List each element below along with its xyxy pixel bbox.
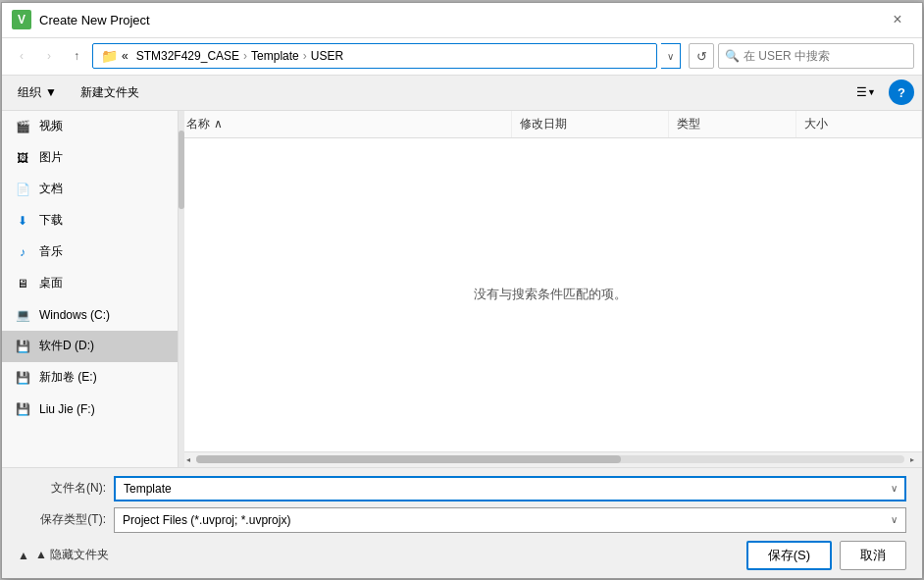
downloads-icon: ⬇: [14, 214, 31, 228]
bottom-form: 文件名(N): ∨ 保存类型(T): Project Files (*.uvpr…: [2, 467, 922, 578]
sidebar-item-label: 视频: [39, 118, 63, 134]
filename-row: 文件名(N): ∨: [18, 476, 906, 501]
action-row: ▲ ▲ 隐藏文件夹 保存(S) 取消: [18, 541, 906, 570]
hide-folders-button[interactable]: ▲ ▲ 隐藏文件夹: [18, 547, 109, 563]
col-header-date[interactable]: 修改日期: [512, 111, 669, 137]
sidebar-scroll-thumb: [179, 131, 184, 209]
filetype-select-wrapper: Project Files (*.uvproj; *.uvprojx) ∨: [114, 507, 906, 533]
file-list-header: 名称 ∧ 修改日期 类型 大小: [179, 111, 922, 138]
filename-dropdown-button[interactable]: ∨: [883, 476, 906, 501]
sidebar-item-label: 图片: [39, 149, 63, 166]
address-dropdown-button[interactable]: ∨: [661, 43, 681, 69]
sidebar-item-music[interactable]: ♪ 音乐: [2, 237, 178, 268]
documents-icon: 📄: [14, 183, 31, 196]
app-icon: V: [12, 10, 31, 29]
videos-icon: 🎬: [14, 120, 31, 133]
sidebar-item-label: 下载: [39, 212, 63, 229]
music-icon: ♪: [14, 245, 31, 259]
filename-input[interactable]: [114, 476, 883, 501]
scroll-right-arrow[interactable]: ▸: [904, 451, 920, 467]
sidebar-item-pictures[interactable]: 🖼 图片: [2, 142, 178, 174]
drive-c-icon: 💻: [14, 308, 31, 322]
sidebar-scrollbar[interactable]: [179, 111, 184, 467]
content-area: 🎬 视频 🖼 图片 📄 文档 ⬇ 下载 ♪ 音乐: [2, 111, 922, 467]
scrollbar-track: [196, 455, 904, 463]
file-list: 名称 ∧ 修改日期 类型 大小 没有与搜索条件匹配的项。 ◂: [179, 111, 922, 467]
dialog-window: V Create New Project × ‹ › ↑ 📁 « STM32F4…: [1, 2, 923, 579]
col-header-name[interactable]: 名称 ∧: [179, 111, 512, 137]
sidebar-item-videos[interactable]: 🎬 视频: [2, 111, 178, 142]
drive-d-icon: 💾: [14, 340, 31, 353]
sidebar-item-drive-d[interactable]: 💾 软件D (D:): [2, 331, 178, 362]
chevron-up-icon: ▲: [18, 549, 29, 562]
sidebar-wrapper: 🎬 视频 🖼 图片 📄 文档 ⬇ 下载 ♪ 音乐: [2, 111, 179, 467]
file-list-body: 没有与搜索条件匹配的项。: [179, 138, 922, 451]
desktop-icon: 🖥: [14, 277, 31, 290]
organize-button[interactable]: 组织 ▼: [10, 79, 65, 105]
sidebar: 🎬 视频 🖼 图片 📄 文档 ⬇ 下载 ♪ 音乐: [2, 111, 179, 467]
refresh-button[interactable]: ↺: [689, 43, 714, 69]
help-button[interactable]: ?: [889, 79, 914, 105]
sidebar-item-label: 音乐: [39, 243, 63, 260]
view-dropdown-icon: ▼: [867, 87, 876, 97]
path-part-3: USER: [311, 49, 343, 63]
up-button[interactable]: ↑: [65, 44, 88, 68]
sidebar-item-label: Liu Jie (F:): [39, 402, 95, 416]
cancel-button[interactable]: 取消: [840, 541, 906, 570]
filename-input-wrapper: ∨: [114, 476, 906, 501]
search-box: 🔍: [718, 43, 914, 69]
empty-message: 没有与搜索条件匹配的项。: [474, 286, 627, 303]
save-button[interactable]: 保存(S): [746, 541, 832, 570]
path-part-2: Template: [251, 49, 299, 63]
sidebar-item-label: 新加卷 (E:): [39, 369, 97, 386]
path-root: «: [122, 49, 128, 63]
sidebar-item-label: 桌面: [39, 275, 63, 291]
col-header-type[interactable]: 类型: [669, 111, 796, 137]
new-folder-button[interactable]: 新建文件夹: [73, 79, 147, 105]
pictures-icon: 🖼: [14, 151, 31, 165]
filename-label: 文件名(N):: [18, 480, 106, 497]
view-button[interactable]: ☰ ▼: [851, 79, 881, 105]
close-button[interactable]: ×: [883, 5, 912, 34]
forward-button[interactable]: ›: [37, 44, 61, 68]
filetype-dropdown-button[interactable]: ∨: [883, 507, 906, 533]
filetype-row: 保存类型(T): Project Files (*.uvproj; *.uvpr…: [18, 507, 906, 533]
sidebar-item-label: 软件D (D:): [39, 338, 94, 354]
folder-icon: 📁: [101, 48, 118, 64]
address-path[interactable]: 📁 « STM32F429_CASE › Template › USER: [92, 43, 657, 69]
toolbar: 组织 ▼ 新建文件夹 ☰ ▼ ?: [2, 76, 922, 111]
sidebar-item-label: 文档: [39, 181, 63, 197]
col-header-size[interactable]: 大小: [796, 111, 922, 137]
sidebar-item-desktop[interactable]: 🖥 桌面: [2, 268, 178, 299]
sidebar-item-downloads[interactable]: ⬇ 下载: [2, 205, 178, 237]
organize-dropdown-icon: ▼: [45, 85, 57, 99]
sidebar-item-drive-e[interactable]: 💾 新加卷 (E:): [2, 362, 178, 394]
view-icon: ☰: [856, 85, 867, 99]
dialog-title: Create New Project: [39, 13, 883, 27]
filetype-label: 保存类型(T):: [18, 511, 106, 528]
sidebar-item-label: Windows (C:): [39, 308, 110, 322]
sidebar-item-documents[interactable]: 📄 文档: [2, 174, 178, 205]
sort-icon: ∧: [214, 117, 223, 131]
scrollbar-thumb: [196, 455, 621, 463]
search-input[interactable]: [744, 49, 907, 63]
drive-e-icon: 💾: [14, 371, 31, 385]
path-part-1: STM32F429_CASE: [136, 49, 239, 63]
address-bar: ‹ › ↑ 📁 « STM32F429_CASE › Template › US…: [2, 38, 922, 76]
title-bar: V Create New Project ×: [2, 3, 922, 38]
sidebar-item-drive-c[interactable]: 💻 Windows (C:): [2, 299, 178, 331]
search-icon: 🔍: [725, 49, 740, 63]
drive-f-icon: 💾: [14, 402, 31, 416]
back-button[interactable]: ‹: [10, 44, 33, 68]
horizontal-scrollbar[interactable]: ◂ ▸: [179, 451, 922, 467]
sidebar-item-drive-f[interactable]: 💾 Liu Jie (F:): [2, 394, 178, 425]
filetype-select[interactable]: Project Files (*.uvproj; *.uvprojx): [114, 507, 883, 533]
